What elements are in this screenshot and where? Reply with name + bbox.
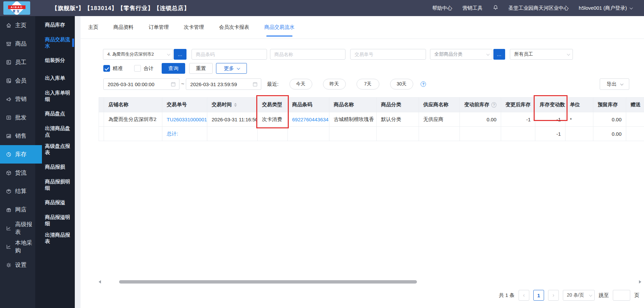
store-center-name[interactable]: 圣堂工业园商天河区业中心 xyxy=(508,5,569,11)
precise-checkbox[interactable] xyxy=(103,65,110,72)
sidebar-item-online-shop[interactable]: 网店 xyxy=(0,200,35,219)
chevron-down-icon xyxy=(567,52,570,56)
scroll-right-arrow-icon[interactable] xyxy=(639,280,641,284)
product-name-input[interactable] xyxy=(270,49,345,60)
col-header-transaction-time[interactable]: 交易时间 xyxy=(207,98,258,112)
order-no-link[interactable]: TU260331000001 xyxy=(167,117,207,122)
sidebar-item-member[interactable]: 会员 xyxy=(0,71,35,90)
horizontal-scrollbar xyxy=(99,280,641,284)
user-menu[interactable]: h5love001 (商户登录) xyxy=(579,5,632,11)
chevron-down-icon xyxy=(486,52,490,56)
cell-product-name: 古城精制檀玫瑰香 xyxy=(329,112,377,126)
sidebar-item-local-purchase[interactable]: 本地采购 xyxy=(0,237,35,256)
sidebar-item-settings[interactable]: 设置 xyxy=(0,256,35,274)
category-select[interactable]: 全部商品分类 xyxy=(430,49,492,60)
main-card: 主页 商品资料 订单管理 次卡管理 会员次卡报表 商品交易流水 4. 為愛而生分… xyxy=(80,16,644,308)
submenu-item-goods-transaction-flow[interactable]: 商品交易流水 xyxy=(35,34,75,52)
store-more-button[interactable]: … xyxy=(174,49,186,60)
marketing-tools-link[interactable]: 营销工具 xyxy=(463,5,483,11)
active-indicator-bar xyxy=(72,39,74,47)
sidebar-item-staff[interactable]: 员工 xyxy=(0,53,35,71)
quick-yesterday-button[interactable]: 昨天 xyxy=(323,79,346,89)
cell-category: 默认分类 xyxy=(377,112,419,126)
sales-icon xyxy=(6,133,12,139)
scroll-left-arrow-icon[interactable] xyxy=(99,280,101,284)
submenu-item-stock-in-out[interactable]: 出入库单 xyxy=(35,69,75,87)
col-header-product-name: 商品名称 xyxy=(329,98,377,112)
submenu-item-goods-overflow-detail[interactable]: 商品报溢明细 xyxy=(35,211,75,229)
chevron-down-icon xyxy=(589,293,592,297)
sidebar-item-marketing[interactable]: 营销 xyxy=(0,90,35,108)
date-from-input[interactable]: 2026-03-31 00:00:00 xyxy=(103,78,179,90)
tab-goods-transaction-flow[interactable]: 商品交易流水 xyxy=(264,16,295,39)
quick-30d-button[interactable]: 30天 xyxy=(390,79,414,89)
submenu-item-stock-in-out-detail[interactable]: 出入库单明细 xyxy=(35,87,75,105)
help-center-link[interactable]: 帮助中心 xyxy=(432,5,452,11)
barcode-link[interactable]: 6922760443634 xyxy=(292,117,328,122)
reset-button[interactable]: 重置 xyxy=(189,63,213,74)
filter-row-2: 精准 合计 查询 重置 更多 xyxy=(103,63,247,74)
total-stock-change-qty: -1 xyxy=(535,127,566,141)
category-more-button[interactable]: … xyxy=(493,49,505,60)
logo-brand-text: AIBAO xyxy=(8,5,25,9)
quick-today-button[interactable]: 今天 xyxy=(289,79,312,89)
quick-7d-button[interactable]: 7天 xyxy=(357,79,379,89)
col-header-store-name: 店铺名称 xyxy=(104,98,162,112)
date-to-input[interactable]: 2026-03-31 23:59:59 xyxy=(186,78,261,90)
calendar-icon xyxy=(253,81,258,87)
advanced-report-icon xyxy=(6,225,12,231)
submenu-item-goods-stocktake[interactable]: 商品盘点 xyxy=(35,105,75,123)
store-select[interactable]: 4. 為愛而生分店深圳市2 xyxy=(103,49,173,60)
sidebar-item-sales[interactable]: 销售 xyxy=(0,127,35,145)
staff-select[interactable]: 所有员工 xyxy=(510,49,573,60)
pagination-next-button[interactable]: › xyxy=(548,290,559,301)
more-button[interactable]: 更多 xyxy=(216,63,247,74)
submenu-item-assembly-split[interactable]: 组装拆分 xyxy=(35,52,75,69)
barcode-input[interactable] xyxy=(192,49,267,60)
tab-punch-card-management[interactable]: 次卡管理 xyxy=(183,16,205,39)
submenu-item-goods-damage-detail[interactable]: 商品报损明细 xyxy=(35,176,75,194)
submenu-item-clearance-goods-report[interactable]: 出清商品报表 xyxy=(35,229,75,247)
col-header-supplier: 供应商名称 xyxy=(419,98,460,112)
submenu-item-goods-stock[interactable]: 商品库存 xyxy=(35,16,75,34)
search-button[interactable]: 查询 xyxy=(162,63,185,74)
horizontal-scrollbar-thumb[interactable] xyxy=(119,280,417,284)
sidebar-item-home[interactable]: 主页 xyxy=(0,16,35,35)
sidebar-item-wholesale[interactable]: 批发 xyxy=(0,108,35,127)
pagination-prev-button[interactable]: ‹ xyxy=(519,290,529,301)
pagination: 共 1 条 ‹ 1 › 20 条/页 跳至 页 xyxy=(499,287,639,303)
sum-checkbox[interactable] xyxy=(134,65,141,72)
chevron-down-icon xyxy=(236,66,240,70)
tab-goods-info[interactable]: 商品资料 xyxy=(113,16,134,39)
app-logo[interactable]: AIBAO 爱宝 xyxy=(3,1,30,15)
cell-transaction-time: 2026-03-31 11:16:50 xyxy=(207,112,258,126)
sidebar-item-advanced-report[interactable]: 高级报表 xyxy=(0,219,35,237)
cell-stock-before: 0.00 xyxy=(460,112,501,126)
sort-icon[interactable] xyxy=(234,103,237,107)
sidebar-item-inventory[interactable]: 库存 xyxy=(0,145,42,164)
submenu-item-clearance-stocktake[interactable]: 出清商品盘点 xyxy=(35,123,75,140)
goods-icon xyxy=(6,41,12,47)
order-no-input[interactable] xyxy=(350,49,426,60)
tab-member-punch-card-report[interactable]: 会员次卡报表 xyxy=(218,16,250,39)
cell-store-name: 為愛而生分店深圳市2 xyxy=(104,112,162,126)
jump-to-page-input[interactable] xyxy=(613,290,630,301)
tab-home[interactable]: 主页 xyxy=(88,16,99,39)
sidebar-item-logistics[interactable]: 货流 xyxy=(0,164,35,182)
tab-order-management[interactable]: 订单管理 xyxy=(148,16,169,39)
stock-before-help-icon[interactable]: ? xyxy=(491,102,496,108)
pagination-page-1-button[interactable]: 1 xyxy=(533,290,544,301)
notification-bell-icon[interactable] xyxy=(493,4,498,12)
cell-supplier: 无供应商 xyxy=(419,112,460,126)
total-label-link[interactable]: 总计: xyxy=(167,131,178,137)
sidebar-item-goods[interactable]: 商品 xyxy=(0,35,35,53)
wholesale-icon xyxy=(6,115,12,121)
export-button[interactable]: 导出 xyxy=(600,78,629,90)
sidebar-item-settlement[interactable]: 结算 xyxy=(0,182,35,200)
chevron-down-icon xyxy=(630,6,633,9)
local-purchase-icon xyxy=(6,244,12,250)
tabbar: 主页 商品资料 订单管理 次卡管理 会员次卡报表 商品交易流水 xyxy=(80,16,644,39)
submenu-item-goods-overflow[interactable]: 商品报溢 xyxy=(35,194,75,211)
page-size-select[interactable]: 20 条/页 xyxy=(563,290,595,301)
date-help-icon[interactable]: ? xyxy=(421,81,426,87)
